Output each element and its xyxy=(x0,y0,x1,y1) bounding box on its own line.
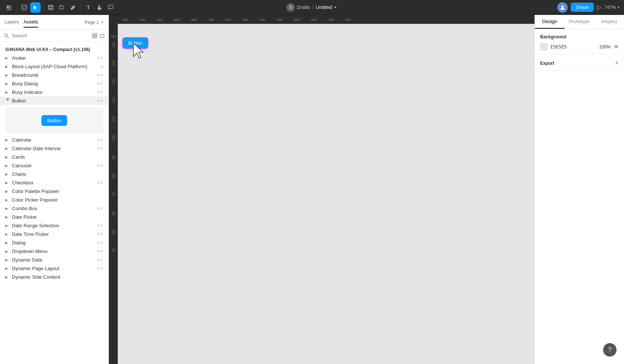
svg-text:-150: -150 xyxy=(110,35,116,38)
svg-text:-430: -430 xyxy=(122,18,128,22)
tab-inspect[interactable]: Inspect xyxy=(594,15,624,29)
background-section: Background E5E5E5 100% xyxy=(535,29,624,54)
svg-rect-11 xyxy=(60,6,63,9)
search-actions xyxy=(92,33,105,38)
comment-tool[interactable] xyxy=(105,2,116,13)
asset-item-charts[interactable]: ▶ Charts xyxy=(0,170,108,178)
menu-tool[interactable] xyxy=(4,2,14,13)
drafts-avatar: D xyxy=(287,3,295,12)
tool-separator-2 xyxy=(43,4,43,11)
svg-rect-17 xyxy=(92,36,94,38)
chevron-right-icon: ▶ xyxy=(5,90,10,94)
color-opacity-value[interactable]: 100% xyxy=(597,44,611,50)
asset-item-dropdown-menu[interactable]: ▶ Dropdown Menu ✓✓ xyxy=(0,247,108,256)
color-hex-value[interactable]: E5E5E5 xyxy=(551,44,594,50)
svg-text:-80: -80 xyxy=(112,174,116,179)
play-button[interactable]: ▷ xyxy=(597,4,601,11)
tab-layers[interactable]: Layers xyxy=(4,17,19,28)
svg-text:-380: -380 xyxy=(207,18,214,22)
svg-rect-5 xyxy=(23,6,26,9)
asset-item-dialog[interactable]: ▶ Dialog ✓✓ xyxy=(0,238,108,247)
asset-item-breadcrumb[interactable]: ▶ Breadcrumb ✓✓ xyxy=(0,71,108,79)
canvas-background[interactable]: Button xyxy=(118,24,535,364)
chevron-right-icon: ▶ xyxy=(5,258,10,262)
asset-list: S/4HANA Web UI Kit – Compact (v1.106) ▶ … xyxy=(0,42,108,364)
user-avatar[interactable] xyxy=(557,2,568,13)
asset-item-avatar[interactable]: ▶ Avatar ✓✓ xyxy=(0,54,108,62)
svg-text:-330: -330 xyxy=(293,18,300,22)
frame-tool[interactable] xyxy=(45,2,56,13)
asset-item-date-picker[interactable]: ▶ Date Picker xyxy=(0,213,108,221)
svg-text:-400: -400 xyxy=(173,18,180,22)
svg-rect-15 xyxy=(92,34,94,35)
tab-assets[interactable]: Assets xyxy=(23,17,38,28)
svg-text:-60: -60 xyxy=(112,211,116,216)
hand-tool[interactable] xyxy=(94,2,105,13)
chevron-right-icon: ▶ xyxy=(5,224,10,228)
chevron-right-icon: ▶ xyxy=(5,189,10,193)
asset-item-color-picker-popover[interactable]: ▶ Color Picker Popover xyxy=(0,196,108,204)
svg-text:-140: -140 xyxy=(112,60,116,67)
chevron-right-icon: ▶ xyxy=(5,146,10,151)
asset-item-calendar[interactable]: ▶ Calendar ✓✓ xyxy=(0,136,108,144)
pointer-tool[interactable] xyxy=(30,2,41,13)
svg-point-13 xyxy=(4,34,7,37)
preview-button[interactable]: Button xyxy=(41,115,67,126)
select-tool[interactable] xyxy=(19,2,29,13)
search-bar xyxy=(0,30,108,42)
svg-text:-340: -340 xyxy=(276,18,283,22)
asset-item-button[interactable]: ▶ Button ✓✓ xyxy=(0,96,108,105)
svg-text:-390: -390 xyxy=(190,18,197,22)
kit-title: S/4HANA Web UI Kit – Compact (v1.106) xyxy=(0,45,108,54)
share-button[interactable]: Share xyxy=(571,3,594,12)
svg-rect-6 xyxy=(48,5,53,10)
svg-text:-410: -410 xyxy=(156,18,163,22)
chevron-down-icon: ▶ xyxy=(6,98,10,104)
text-tool[interactable]: T xyxy=(83,2,94,13)
asset-item-dynamic-page-layout[interactable]: ▶ Dynamic Page Layout ✓✓ xyxy=(0,264,108,273)
tab-design[interactable]: Design xyxy=(535,15,565,29)
asset-item-calendar-date-interval[interactable]: ▶ Calendar Date Interval ✓✓ xyxy=(0,144,108,153)
tab-prototype[interactable]: Prototype xyxy=(565,15,595,29)
book-view-button[interactable] xyxy=(100,33,105,38)
svg-text:-310: -310 xyxy=(327,18,334,22)
tool-group-main: T xyxy=(4,2,116,13)
asset-item-busy-dialog[interactable]: ▶ Busy Dialog ✓✓ xyxy=(0,79,108,88)
canvas-button[interactable]: Button xyxy=(123,38,148,48)
chevron-right-icon: ▶ xyxy=(5,181,10,185)
pen-tool[interactable] xyxy=(68,2,78,13)
chevron-right-icon: ▶ xyxy=(5,82,10,86)
page-selector[interactable]: Page 1 xyxy=(85,20,104,25)
svg-text:-150: -150 xyxy=(112,42,116,48)
asset-item-checkbox[interactable]: ▶ Checkbox ✓✓ xyxy=(0,178,108,187)
asset-item-date-range-selection[interactable]: ▶ Date Range Selection ✓✓ xyxy=(0,221,108,230)
asset-item-dynamic-side-content[interactable]: ▶ Dynamic Side Content xyxy=(0,273,108,281)
asset-item-carousel[interactable]: ▶ Carousel ✓✓ xyxy=(0,161,108,170)
main-layout: Layers Assets Page 1 S/ xyxy=(0,15,624,364)
asset-item-busy-indicator[interactable]: ▶ Busy Indicator ✓✓ xyxy=(0,88,108,96)
asset-item-dynamic-date[interactable]: ▶ Dynamic Date ✓✓ xyxy=(0,256,108,264)
asset-item-block-layout[interactable]: ▶ Block Layout (SAP Cloud Platform) ◇ xyxy=(0,62,108,71)
ruler-horizontal: -430 -420 -410 -400 -390 -380 -370 -360 … xyxy=(118,15,535,24)
page-title[interactable]: Untitled xyxy=(316,4,337,10)
tool-separator xyxy=(16,4,17,11)
svg-text:-350: -350 xyxy=(259,18,265,22)
visibility-toggle[interactable] xyxy=(614,44,619,50)
help-button[interactable]: ? xyxy=(603,343,617,357)
search-input[interactable] xyxy=(12,33,89,38)
asset-item-date-time-picker[interactable]: ▶ Date Time Picker ✓✓ xyxy=(0,230,108,238)
zoom-control[interactable]: 747% xyxy=(604,5,620,10)
chevron-right-icon: ▶ xyxy=(5,198,10,202)
color-swatch[interactable] xyxy=(540,43,548,51)
svg-text:-100: -100 xyxy=(112,135,116,142)
asset-item-cards[interactable]: ▶ Cards xyxy=(0,153,108,161)
list-view-button[interactable] xyxy=(92,33,97,38)
asset-item-color-palette-popover[interactable]: ▶ Color Palette Popover xyxy=(0,187,108,196)
svg-text:-320: -320 xyxy=(310,18,317,22)
shape-tool[interactable] xyxy=(57,2,67,13)
left-panel: Layers Assets Page 1 S/ xyxy=(0,15,109,364)
chevron-right-icon: ▶ xyxy=(5,138,10,142)
text-icon: T xyxy=(86,4,90,10)
add-export-button[interactable]: + xyxy=(615,59,619,67)
asset-item-combo-box[interactable]: ▶ Combo Box ✓✓ xyxy=(0,204,108,213)
